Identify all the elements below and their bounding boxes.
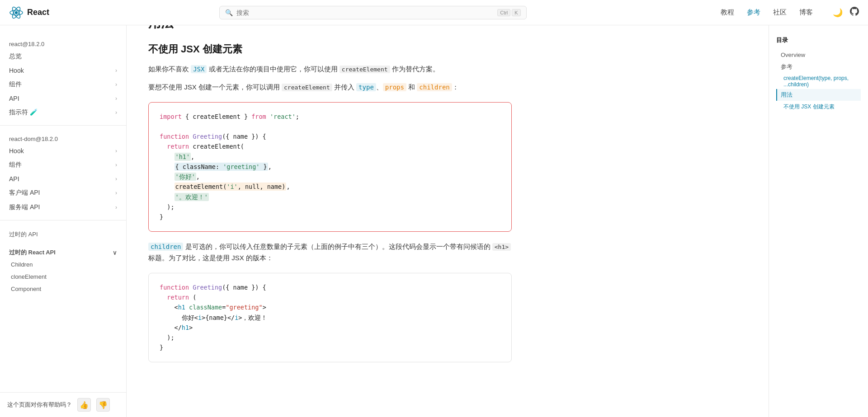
sidebar-item-component[interactable]: Component <box>0 283 126 295</box>
search-bar[interactable]: 🔍 Ctrl K <box>219 6 527 19</box>
type-link[interactable]: type <box>356 83 376 91</box>
code-block-1: import { createElement } from 'react'; f… <box>148 102 512 232</box>
sidebar-item-dom-api[interactable]: API › <box>0 172 126 186</box>
theme-toggle-button[interactable]: 🌙 <box>833 8 843 18</box>
toc-title: 目录 <box>776 36 861 44</box>
logo-text: React <box>27 8 49 17</box>
sidebar-item-api[interactable]: API › <box>0 92 126 105</box>
logo-area: React <box>9 5 122 20</box>
nav-community[interactable]: 社区 <box>773 8 787 17</box>
sidebar-section-react: react@18.2.0 总览 Hook › 组件 › API › 指示符 🧪 … <box>0 34 126 122</box>
chevron-right-icon: › <box>115 176 117 182</box>
props-link[interactable]: props <box>383 83 406 91</box>
sidebar-item-dom-component[interactable]: 组件 › <box>0 158 126 172</box>
sidebar-item-overview[interactable]: 总览 <box>0 49 126 64</box>
sidebar-item-component[interactable]: 组件 › <box>0 77 126 92</box>
right-sidebar-toc: 目录 Overview 参考 createElement(type, props… <box>769 25 868 386</box>
sidebar-item-server-api[interactable]: 服务端 API › <box>0 200 126 215</box>
nav-icons: 🌙 <box>833 7 859 18</box>
top-navigation: React 🔍 Ctrl K 教程 参考 社区 博客 🌙 <box>0 0 868 25</box>
sidebar-item-children[interactable]: Children <box>0 258 126 271</box>
sidebar-item-hook[interactable]: Hook › <box>0 64 126 77</box>
sidebar-deprecated-react-api[interactable]: 过时的 React API ∨ <box>0 244 126 258</box>
sidebar-react-version: react@18.2.0 <box>0 36 126 49</box>
sidebar-item-dom-hook[interactable]: Hook › <box>0 144 126 158</box>
sidebar-item-directives[interactable]: 指示符 🧪 › <box>0 105 126 120</box>
toc-item-usage[interactable]: 用法 <box>776 89 861 101</box>
sidebar-deprecated-api: 过时的 API <box>0 226 126 240</box>
react-logo-icon <box>9 5 24 20</box>
svg-point-0 <box>15 11 18 14</box>
sidebar-reactdom-version: react-dom@18.2.0 <box>0 131 126 144</box>
search-shortcut: Ctrl K <box>497 9 520 16</box>
chevron-down-icon: ∨ <box>113 249 117 256</box>
chevron-right-icon: › <box>115 81 117 88</box>
toc-item-no-jsx[interactable]: 不使用 JSX 创建元素 <box>776 102 861 112</box>
nav-blog[interactable]: 博客 <box>799 8 813 17</box>
chevron-right-icon: › <box>115 190 117 196</box>
chevron-right-icon: › <box>115 204 117 211</box>
toc-item-reference[interactable]: 参考 <box>776 61 861 73</box>
section-title: 不使用 JSX 创建元素 <box>148 42 512 56</box>
sidebar-item-clone-element[interactable]: cloneElement <box>0 271 126 283</box>
nav-reference[interactable]: 参考 <box>747 8 760 17</box>
main-content: 用法 不使用 JSX 创建元素 如果你不喜欢 JSX 或者无法在你的项目中使用它… <box>127 0 533 386</box>
nav-tutorial[interactable]: 教程 <box>721 8 734 17</box>
jsx-link[interactable]: JSX <box>191 65 207 73</box>
chevron-right-icon: › <box>115 148 117 154</box>
github-button[interactable] <box>850 7 859 18</box>
code-block-2: function Greeting({ name }) { return ( <… <box>148 273 512 362</box>
create-element-inline: createElement <box>340 66 390 73</box>
ctrl-key: Ctrl <box>497 9 510 16</box>
sidebar-section-deprecated: 过时的 API 过时的 React API ∨ Children cloneEl… <box>0 224 126 297</box>
children-link[interactable]: children <box>417 83 452 91</box>
children-inline-link[interactable]: children <box>148 243 183 251</box>
k-key: K <box>512 9 520 16</box>
sidebar-section-reactdom: react-dom@18.2.0 Hook › 组件 › API › 客户端 A… <box>0 129 126 216</box>
chevron-right-icon: › <box>115 109 117 116</box>
create-element-inline-2: createElement <box>282 84 332 91</box>
chevron-right-icon: › <box>115 67 117 74</box>
prose-paragraph-1: 如果你不喜欢 JSX 或者无法在你的项目中使用它，你可以使用 createEle… <box>148 63 512 75</box>
left-sidebar: react@18.2.0 总览 Hook › 组件 › API › 指示符 🧪 … <box>0 25 127 386</box>
sidebar-item-client-api[interactable]: 客户端 API › <box>0 186 126 200</box>
h1-inline: <h1> <box>492 243 511 251</box>
nav-links: 教程 参考 社区 博客 🌙 <box>721 7 859 18</box>
code-content-2: function Greeting({ name }) { return ( <… <box>149 273 511 362</box>
search-input[interactable] <box>236 9 494 16</box>
prose-paragraph-3: children 是可选的，你可以传入任意数量的子元素（上面的例子中有三个）。这… <box>148 241 512 264</box>
code-content-1: import { createElement } from 'react'; f… <box>149 103 511 231</box>
toc-item-create-element[interactable]: createElement(type, props, ...children) <box>776 74 861 89</box>
chevron-right-icon: › <box>115 162 117 168</box>
prose-paragraph-2: 要想不使用 JSX 创建一个元素，你可以调用 createElement 并传入… <box>148 81 512 93</box>
chevron-right-icon: › <box>115 95 117 102</box>
toc-item-overview[interactable]: Overview <box>776 50 861 60</box>
search-icon: 🔍 <box>225 9 233 16</box>
